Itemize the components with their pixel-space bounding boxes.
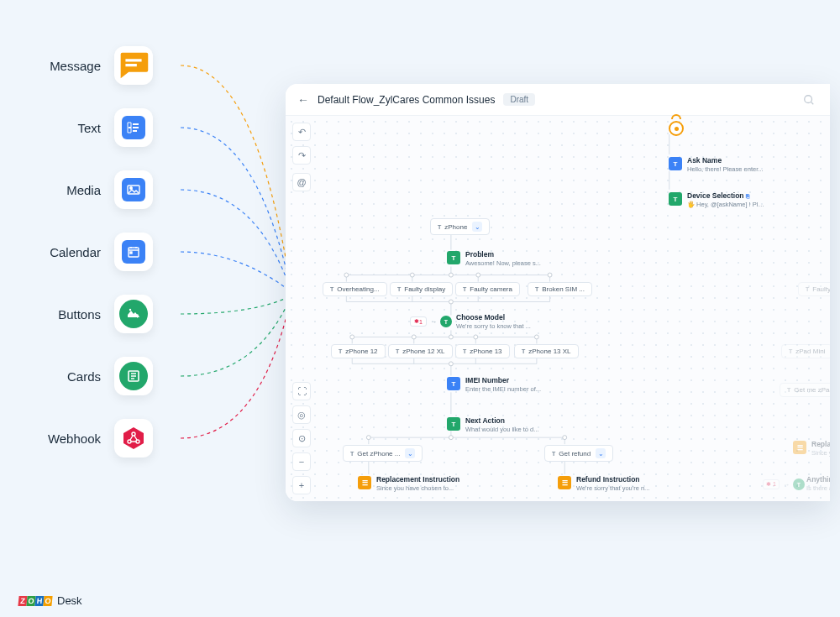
- node-ghost-anything[interactable]: Anything E...Is there an...: [806, 475, 830, 492]
- flow-builder-panel: ← Default Flow_ZylCares Common Issues Dr…: [286, 84, 830, 501]
- error-count: ✱ 1: [410, 316, 427, 327]
- chevron-down-icon: ⌄: [596, 448, 606, 458]
- svg-point-56: [474, 335, 478, 339]
- node-imei[interactable]: T IMEI NumberEnter the IMEI number of...: [447, 376, 541, 393]
- svg-point-48: [449, 362, 453, 366]
- palette-item-calendar[interactable]: Calendar: [34, 233, 153, 271]
- svg-point-52: [476, 273, 480, 277]
- canvas-tools: ⛶ ◎ ⊙ − +: [292, 382, 311, 494]
- redo-button[interactable]: ↷: [292, 146, 311, 165]
- condition-tag[interactable]: ✱ 1 → T: [410, 316, 452, 327]
- buttons-icon: [114, 295, 153, 333]
- branch-get-zpad[interactable]: TGet me zPad ...: [780, 383, 830, 397]
- palette-item-media[interactable]: Media: [34, 170, 153, 209]
- palette-label: Media: [34, 183, 101, 197]
- svg-marker-6: [123, 427, 144, 449]
- node-next-action[interactable]: T Next ActionWhat would you like to d...: [447, 416, 539, 433]
- undo-button[interactable]: ↶: [292, 123, 311, 141]
- panel-header: ← Default Flow_ZylCares Common Issues Dr…: [286, 84, 830, 116]
- branch-zpad-mini[interactable]: TzPad Mini: [781, 344, 830, 358]
- svg-point-10: [805, 95, 812, 102]
- text-icon: [114, 108, 153, 147]
- history-tools: ↶ ↷ @: [292, 123, 311, 191]
- branch-zphone12xl[interactable]: TzPhone 12 XL: [388, 344, 453, 358]
- branch-get-refund[interactable]: TGet refund⌄: [544, 445, 613, 462]
- selection-block-icon: T: [440, 316, 452, 327]
- branch-zphone[interactable]: TzPhone⌄: [430, 218, 490, 235]
- svg-point-53: [548, 273, 552, 277]
- product-name: Desk: [57, 594, 82, 607]
- webhook-icon: [114, 419, 153, 458]
- selection-block-icon: T: [447, 417, 460, 431]
- zoom-in-button[interactable]: +: [292, 476, 311, 494]
- link-icon: ⎘: [746, 193, 749, 199]
- calendar-icon: [114, 233, 153, 271]
- message-block-icon: ☰: [358, 476, 371, 489]
- status-badge: Draft: [503, 93, 535, 106]
- svg-point-51: [410, 273, 414, 277]
- svg-point-4: [129, 309, 131, 311]
- branch-zphone13xl[interactable]: TzPhone 13 XL: [514, 344, 579, 358]
- cards-icon: [114, 357, 153, 395]
- selection-block-icon: T: [447, 251, 460, 264]
- center-button[interactable]: ⊙: [292, 429, 311, 447]
- branch-get-zphone[interactable]: TGet zPhone ...⌄: [343, 445, 423, 462]
- svg-rect-3: [130, 252, 132, 254]
- flow-start-node[interactable]: [669, 121, 684, 136]
- palette-label: Cards: [34, 369, 101, 384]
- palette-item-cards[interactable]: Cards: [34, 357, 153, 395]
- branch-overheating[interactable]: TOverheating...: [323, 282, 387, 296]
- node-choose-model[interactable]: Choose ModelWe're sorry to know that ...: [456, 313, 531, 330]
- branch-zphone12[interactable]: TzPhone 12: [331, 344, 386, 358]
- locate-button[interactable]: ◎: [292, 405, 311, 424]
- svg-point-45: [449, 273, 453, 277]
- svg-point-54: [350, 335, 354, 339]
- block-palette: Message Text Media Calendar Buttons Card…: [34, 46, 153, 458]
- svg-point-46: [449, 300, 453, 304]
- node-refund[interactable]: ☰ Refund InstructionWe're sorry that you…: [558, 475, 649, 492]
- zoho-icon: ZOHO: [18, 596, 52, 606]
- flow-title: Default Flow_ZylCares Common Issues: [318, 94, 495, 106]
- fit-view-button[interactable]: ⛶: [292, 382, 311, 400]
- chevron-down-icon: ⌄: [472, 222, 482, 232]
- palette-connectors: [181, 42, 294, 512]
- svg-point-58: [366, 436, 370, 440]
- palette-item-message[interactable]: Message: [34, 46, 153, 85]
- svg-point-1: [130, 187, 133, 190]
- branch-faulty-camera[interactable]: TFaulty camera: [455, 282, 520, 296]
- node-ghost-replacement[interactable]: ☰ ReplacementSince you h...: [793, 440, 830, 457]
- branch-zphone13[interactable]: TzPhone 13: [455, 344, 510, 358]
- flow-canvas[interactable]: ↶ ↷ @ ⛶ ◎ ⊙ − +: [286, 116, 830, 501]
- svg-point-50: [344, 273, 349, 277]
- back-arrow-icon[interactable]: ←: [297, 93, 309, 107]
- text-block-icon: T: [447, 377, 460, 390]
- zoho-desk-logo: ZOHO Desk: [18, 594, 82, 607]
- svg-point-47: [449, 335, 453, 339]
- search-icon[interactable]: [800, 91, 818, 109]
- selection-block-icon: T: [669, 192, 682, 206]
- palette-item-text[interactable]: Text: [34, 108, 153, 147]
- flow-content: T Ask NameHello, there! Please enter... …: [319, 116, 830, 501]
- svg-point-55: [412, 335, 416, 339]
- media-icon: [114, 170, 153, 209]
- message-block-icon: ☰: [793, 441, 806, 454]
- branch-broken-sim[interactable]: TBroken SIM ...: [528, 282, 592, 296]
- svg-point-59: [563, 436, 567, 440]
- branch-faulty-display[interactable]: TFaulty display: [390, 282, 453, 296]
- node-ask-name[interactable]: T Ask NameHello, there! Please enter...: [669, 156, 763, 173]
- svg-point-49: [449, 436, 453, 440]
- palette-item-buttons[interactable]: Buttons: [34, 295, 153, 333]
- palette-label: Text: [34, 121, 101, 135]
- node-device-selection[interactable]: T Device Selection⎘ 🖐 Hey, @[askName] ! …: [669, 191, 767, 208]
- node-problem[interactable]: T ProblemAwesome! Now, please s...: [447, 250, 541, 267]
- palette-item-webhook[interactable]: Webhook: [34, 419, 153, 458]
- variables-button[interactable]: @: [292, 173, 311, 191]
- zoom-out-button[interactable]: −: [292, 452, 311, 471]
- node-replacement[interactable]: ☰ Replacement InstructionSince you have …: [358, 475, 456, 492]
- palette-label: Message: [34, 59, 101, 73]
- palette-label: Webhook: [34, 431, 101, 446]
- palette-label: Buttons: [34, 307, 101, 322]
- condition-tag-ghost[interactable]: ✱ 1→T: [763, 478, 805, 490]
- branch-faulty-micro[interactable]: TFaulty micro...: [798, 282, 830, 296]
- svg-point-57: [534, 335, 538, 339]
